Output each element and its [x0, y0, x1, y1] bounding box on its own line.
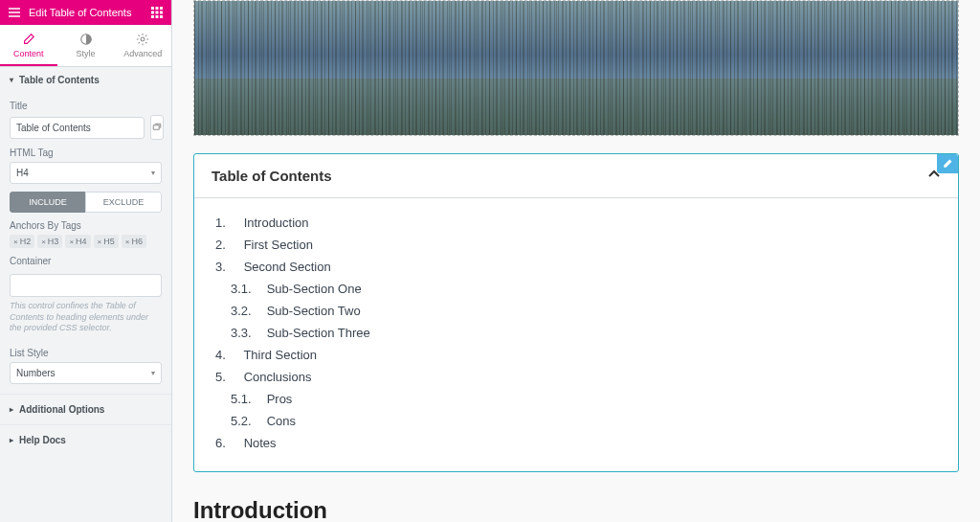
toc-item-number: 3.2. — [231, 304, 263, 318]
toc-item: 2. First Section — [215, 234, 937, 256]
list-style-label: List Style — [10, 348, 162, 358]
controls-panel: ▾ Table of Contents Title HTML Tag H4 ▾ … — [0, 67, 171, 522]
sidebar-topbar: Edit Table of Contents — [0, 0, 171, 25]
title-input[interactable] — [10, 117, 145, 139]
toc-item-link[interactable]: First Section — [244, 238, 313, 252]
anchor-chip[interactable]: ×H5 — [94, 235, 119, 248]
toc-item-link[interactable]: Conclusions — [244, 370, 312, 384]
html-tag-label: HTML Tag — [10, 148, 162, 158]
toc-item-link[interactable]: Cons — [267, 414, 296, 428]
tab-advanced[interactable]: Advanced — [114, 25, 171, 66]
svg-rect-3 — [151, 11, 154, 14]
hero-image-widget[interactable] — [193, 0, 959, 136]
toc-item: 5. Conclusions — [215, 366, 937, 388]
toc-item-link[interactable]: Introduction — [244, 216, 309, 230]
toc-item: 1. Introduction — [215, 212, 937, 234]
article-heading: Introduction — [193, 497, 959, 522]
section-label: Table of Contents — [19, 75, 100, 85]
svg-rect-6 — [151, 15, 154, 18]
chevron-down-icon: ▾ — [151, 169, 155, 177]
anchor-chip[interactable]: ×H6 — [122, 235, 146, 248]
hero-image — [194, 1, 958, 135]
anchors-chips: ×H2×H3×H4×H5×H6 — [10, 235, 162, 248]
toc-item-link[interactable]: Sub-Section One — [267, 282, 362, 296]
section-additional-options[interactable]: ▸ Additional Options — [0, 394, 171, 424]
toc-item: 5.2. Cons — [215, 410, 937, 432]
tab-style[interactable]: Style — [57, 25, 115, 66]
toc-item-number: 6. — [215, 436, 240, 450]
chevron-right-icon: ▸ — [10, 436, 13, 444]
include-button[interactable]: INCLUDE — [10, 192, 85, 213]
close-icon: × — [13, 238, 18, 246]
page: Table of Contents 1. Introduction2. Firs… — [184, 0, 969, 522]
toc-item-link[interactable]: Third Section — [243, 348, 317, 362]
toc-item-link[interactable]: Notes — [244, 436, 277, 450]
toc-item-number: 3.3. — [231, 326, 263, 340]
widgets-grid-icon[interactable] — [150, 6, 164, 19]
close-icon: × — [125, 238, 130, 246]
toc-title: Table of Contents — [212, 168, 332, 184]
toc-item: 3.3. Sub-Section Three — [215, 322, 937, 344]
tab-style-label: Style — [77, 49, 96, 58]
toc-item-number: 5. — [215, 370, 240, 384]
toc-item: 4. Third Section — [215, 344, 937, 366]
svg-point-10 — [141, 37, 145, 41]
section-table-of-contents[interactable]: ▾ Table of Contents — [0, 67, 171, 93]
edit-widget-button[interactable] — [937, 154, 958, 173]
toc-item-number: 4. — [215, 348, 240, 362]
svg-rect-7 — [156, 15, 159, 18]
dynamic-tag-button[interactable] — [150, 115, 164, 140]
toc-item-link[interactable]: Sub-Section Two — [267, 304, 361, 318]
toc-item-number: 1. — [215, 216, 240, 230]
additional-options-label: Additional Options — [19, 404, 104, 415]
svg-rect-0 — [151, 7, 154, 10]
editor-sidebar: Edit Table of Contents Content Style Adv… — [0, 0, 172, 522]
svg-rect-2 — [160, 7, 163, 10]
anchors-label: Anchors By Tags — [10, 220, 162, 231]
close-icon: × — [98, 238, 102, 246]
container-label: Container — [10, 256, 162, 266]
toc-item-number: 3.1. — [231, 282, 263, 296]
container-help: This control confines the Table of Conte… — [10, 301, 162, 334]
chevron-right-icon: ▸ — [10, 405, 13, 414]
svg-rect-8 — [160, 15, 163, 18]
hamburger-icon[interactable] — [8, 6, 21, 19]
toc-item-number: 3. — [215, 260, 240, 274]
exclude-button[interactable]: EXCLUDE — [85, 192, 162, 213]
sidebar-tabs: Content Style Advanced — [0, 25, 171, 67]
toc-item-link[interactable]: Sub-Section Three — [267, 326, 370, 340]
help-docs-label: Help Docs — [19, 435, 66, 445]
toc-widget[interactable]: Table of Contents 1. Introduction2. Firs… — [193, 153, 959, 472]
toc-body: 1. Introduction2. First Section3. Second… — [194, 198, 958, 471]
anchor-chip[interactable]: ×H3 — [37, 235, 62, 248]
close-icon: × — [41, 238, 46, 246]
title-label: Title — [10, 101, 162, 111]
list-style-select[interactable]: Numbers ▾ — [10, 362, 162, 384]
list-style-value: Numbers — [16, 368, 56, 378]
close-icon: × — [69, 238, 74, 246]
anchor-chip[interactable]: ×H4 — [65, 235, 90, 248]
section-help-docs[interactable]: ▸ Help Docs — [0, 424, 171, 455]
toc-item-link[interactable]: Pros — [267, 392, 293, 406]
tab-advanced-label: Advanced — [123, 49, 162, 58]
toc-item: 6. Notes — [215, 432, 937, 454]
article-section: Introduction Holisticly promote goal-ori… — [193, 497, 959, 522]
html-tag-value: H4 — [16, 168, 29, 178]
chevron-down-icon: ▾ — [10, 76, 13, 84]
chevron-down-icon: ▾ — [151, 369, 155, 377]
tab-content[interactable]: Content — [0, 25, 57, 66]
tab-content-label: Content — [13, 49, 44, 58]
toc-item: 3.1. Sub-Section One — [215, 278, 937, 300]
html-tag-select[interactable]: H4 ▾ — [10, 162, 162, 184]
anchor-chip[interactable]: ×H2 — [10, 235, 34, 248]
toc-item-number: 5.2. — [231, 414, 263, 428]
svg-rect-4 — [156, 11, 159, 14]
preview-canvas: Table of Contents 1. Introduction2. Firs… — [172, 0, 980, 522]
toc-item-link[interactable]: Second Section — [244, 260, 331, 274]
toc-item-number: 5.1. — [231, 392, 263, 406]
section-controls: Title HTML Tag H4 ▾ INCLUDE EXCLUDE Anch… — [0, 101, 171, 394]
toc-item: 3.2. Sub-Section Two — [215, 300, 937, 322]
container-input[interactable] — [10, 274, 162, 297]
toc-item: 5.1. Pros — [215, 388, 937, 410]
svg-rect-5 — [160, 11, 163, 14]
